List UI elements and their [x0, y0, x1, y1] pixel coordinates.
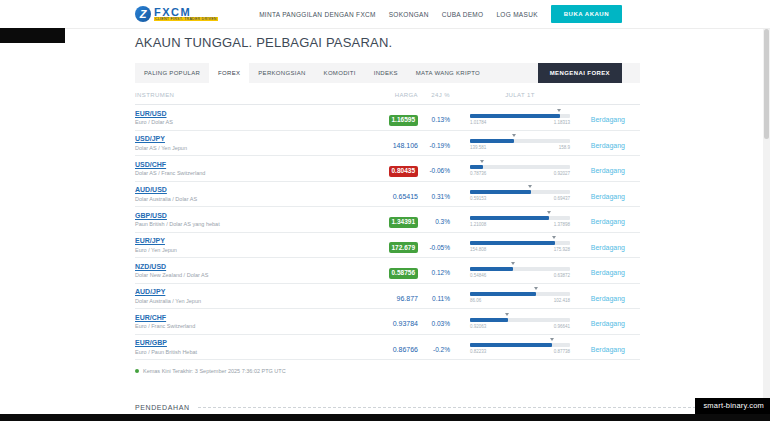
- range-marker-icon: [550, 338, 554, 341]
- open-account-button[interactable]: BUKA AKAUN: [551, 5, 622, 23]
- trade-link[interactable]: Berdagang: [591, 346, 625, 353]
- about-forex-button[interactable]: MENGENAI FOREX: [538, 63, 622, 83]
- range-bar-track: [470, 190, 570, 194]
- range-low-label: 86.06: [470, 298, 481, 303]
- price-value: 96.877: [397, 295, 418, 303]
- range-1y-widget: 0.78736 0.92027: [470, 161, 570, 176]
- range-marker-icon: [512, 134, 516, 137]
- range-marker-icon: [505, 313, 509, 316]
- range-low-label: 1.21008: [470, 222, 486, 227]
- trade-link[interactable]: Berdagang: [591, 320, 625, 327]
- range-high-label: 0.87738: [554, 349, 570, 354]
- change-24h-value: 0.13%: [432, 116, 450, 123]
- range-high-label: 0.96641: [554, 324, 570, 329]
- range-high-label: 0.92027: [554, 171, 570, 176]
- instrument-row: AUD/USD Dolar Australia / Dolar AS 0.654…: [135, 182, 640, 208]
- range-bar-track: [470, 292, 570, 296]
- market-tab[interactable]: PERKONGSIAN: [249, 63, 314, 83]
- instrument-symbol-link[interactable]: EUR/CHF: [135, 314, 348, 322]
- watermark-text: smart-binary.com: [695, 398, 770, 414]
- trade-link[interactable]: Berdagang: [591, 244, 625, 251]
- change-24h-value: -0.06%: [429, 167, 450, 174]
- range-marker-icon: [534, 287, 538, 290]
- disclosure-label[interactable]: PENDEDAHAN: [135, 404, 190, 411]
- range-marker-icon: [557, 109, 561, 112]
- top-nav-link[interactable]: LOG MASUK: [496, 11, 537, 18]
- range-bar-fill: [470, 114, 560, 118]
- col-header-change: 24J %: [418, 92, 450, 98]
- range-low-label: 1.01784: [470, 120, 486, 125]
- range-bar-track: [470, 216, 570, 220]
- instrument-symbol-link[interactable]: USD/JPY: [135, 135, 348, 143]
- scrollbar-thumb[interactable]: [764, 29, 769, 139]
- market-tab[interactable]: PALING POPULAR: [135, 63, 209, 83]
- instrument-symbol-link[interactable]: EUR/USD: [135, 110, 348, 118]
- trade-link[interactable]: Berdagang: [591, 116, 625, 123]
- trade-link[interactable]: Berdagang: [591, 193, 625, 200]
- trade-link[interactable]: Berdagang: [591, 142, 625, 149]
- range-high-label: 158.9: [559, 145, 570, 150]
- top-nav-link[interactable]: CUBA DEMO: [442, 11, 484, 18]
- trade-link[interactable]: Berdagang: [591, 295, 625, 302]
- instrument-symbol-link[interactable]: EUR/JPY: [135, 237, 348, 245]
- range-bar-fill: [470, 343, 552, 347]
- instrument-row: USD/JPY Dolar AS / Yen Jepun 148.106 -0.…: [135, 131, 640, 157]
- range-bar-track: [470, 343, 570, 347]
- instrument-row: USD/CHF Dolar AS / Franc Switzerland 0.8…: [135, 156, 640, 182]
- trade-link[interactable]: Berdagang: [591, 167, 625, 174]
- trade-link[interactable]: Berdagang: [591, 218, 625, 225]
- instrument-symbol-link[interactable]: AUD/JPY: [135, 288, 348, 296]
- instrument-name: Euro / Dolar AS: [135, 119, 348, 125]
- range-1y-widget: 0.82233 0.87738: [470, 339, 570, 354]
- last-update-text: Kemas Kini Terakhir: 3 September 2025 7:…: [143, 368, 286, 374]
- range-marker-icon: [480, 160, 484, 163]
- instruments-table: INSTRUMEN HARGA 24J % JULAT 1T EUR/USD E…: [135, 92, 640, 360]
- change-24h-value: 0.31%: [432, 193, 450, 200]
- price-value: 1.34391: [389, 217, 419, 228]
- range-high-label: 1.18313: [554, 120, 570, 125]
- instrument-name: Euro / Franc Switzerland: [135, 323, 348, 329]
- price-value: 1.16595: [389, 115, 419, 126]
- instrument-symbol-link[interactable]: AUD/USD: [135, 186, 348, 194]
- instrument-name: Dolar Australia / Yen Jepun: [135, 298, 348, 304]
- instrument-row: EUR/JPY Euro / Yen Jepun 172.679 -0.05% …: [135, 233, 640, 259]
- market-tab[interactable]: INDEKS: [365, 63, 407, 83]
- page-scrollbar[interactable]: [763, 29, 770, 421]
- market-tab[interactable]: KOMODITI: [315, 63, 365, 83]
- range-marker-icon: [547, 211, 551, 214]
- range-1y-widget: 154.808 175.928: [470, 237, 570, 252]
- instrument-row: NZD/USD Dolar New Zealand / Dolar AS 0.5…: [135, 258, 640, 284]
- instrument-symbol-link[interactable]: GBP/USD: [135, 212, 348, 220]
- instrument-name: Dolar Australia / Dolar AS: [135, 196, 348, 202]
- top-nav-link[interactable]: SOKONGAN: [389, 11, 429, 18]
- col-header-instrument: INSTRUMEN: [135, 92, 348, 98]
- range-1y-widget: 1.01784 1.18313: [470, 110, 570, 125]
- range-low-label: 0.59153: [470, 196, 486, 201]
- fxcm-markets-page: Z FXCM CLIENT FIRST. TRADER DRIVEN MINTA…: [0, 0, 770, 421]
- fxcm-logo[interactable]: Z FXCM CLIENT FIRST. TRADER DRIVEN: [135, 6, 218, 22]
- trade-link[interactable]: Berdagang: [591, 269, 625, 276]
- instrument-name: Dolar AS / Franc Switzerland: [135, 170, 348, 176]
- main-content: AKAUN TUNGGAL. PELBAGAI PASARAN. PALING …: [135, 29, 640, 374]
- range-bar-track: [470, 267, 570, 271]
- instrument-name: Dolar AS / Yen Jepun: [135, 145, 348, 151]
- range-marker-icon: [511, 262, 515, 265]
- range-bar-fill: [470, 292, 536, 296]
- top-nav-link[interactable]: MINTA PANGGILAN DENGAN FXCM: [259, 11, 376, 18]
- instrument-symbol-link[interactable]: NZD/USD: [135, 263, 348, 271]
- table-body: EUR/USD Euro / Dolar AS 1.16595 0.13% 1.…: [135, 105, 640, 360]
- instrument-symbol-link[interactable]: USD/CHF: [135, 161, 348, 169]
- instrument-symbol-link[interactable]: EUR/GBP: [135, 339, 348, 347]
- range-1y-widget: 0.59153 0.69437: [470, 186, 570, 201]
- top-nav-links: MINTA PANGGILAN DENGAN FXCMSOKONGANCUBA …: [259, 11, 538, 18]
- change-24h-value: -0.05%: [429, 244, 450, 251]
- price-value: 0.80435: [389, 166, 419, 177]
- change-24h-value: 0.3%: [435, 218, 450, 225]
- range-1y-widget: 1.21008 1.37898: [470, 212, 570, 227]
- instrument-name: Paun British / Dolar AS yang hebat: [135, 221, 348, 227]
- price-value: 0.58756: [389, 268, 419, 279]
- range-high-label: 1.37898: [554, 222, 570, 227]
- market-tab[interactable]: FOREX: [209, 63, 249, 83]
- market-tab[interactable]: MATA WANG KRIPTO: [407, 63, 489, 83]
- range-low-label: 0.78736: [470, 171, 486, 176]
